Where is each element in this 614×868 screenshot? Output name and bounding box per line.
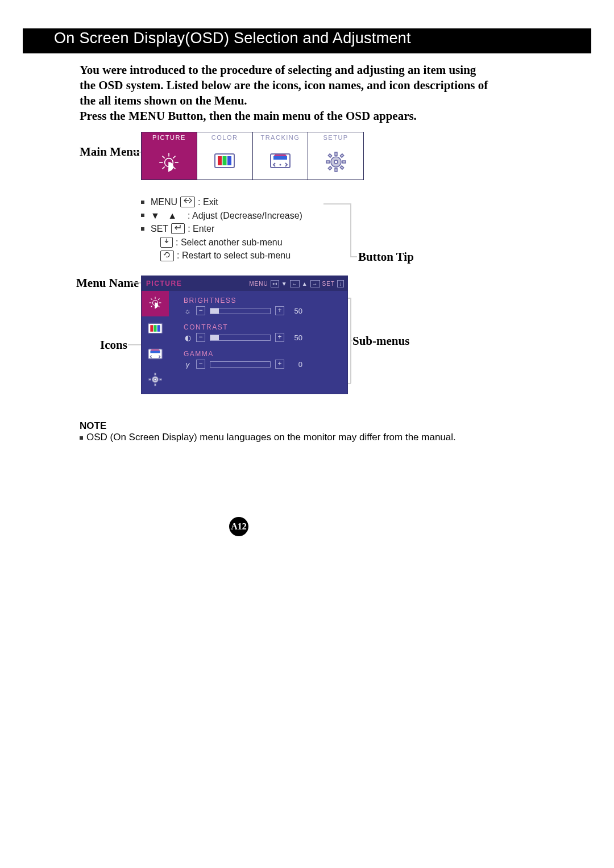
osd-body: BRIGHTNESS ☼ − + 50 CONTRAST ◐ − — [142, 291, 347, 394]
tab-picture[interactable]: PICTURE — [142, 132, 197, 180]
tab-label: TRACKING — [253, 134, 308, 141]
left-key-icon: ← — [290, 280, 300, 287]
minus-button[interactable]: − — [196, 333, 205, 342]
plus-button[interactable]: + — [275, 360, 284, 369]
tip-text: : Select another sub-menu — [176, 236, 283, 249]
svg-rect-46 — [160, 378, 162, 380]
sidebar-item-picture[interactable] — [142, 291, 169, 316]
legend-menu-label: MENU — [249, 281, 268, 287]
right-key-icon: → — [310, 280, 320, 287]
osd-icon-column — [142, 291, 169, 394]
osd-panel: PICTURE MENU ↤ ▼ ← ▲ → SET ↓ — [141, 276, 348, 394]
svg-rect-38 — [157, 325, 160, 332]
tab-color[interactable]: COLOR — [197, 132, 253, 180]
sidebar-item-color[interactable] — [142, 316, 169, 342]
tip-row: : Restart to select sub-menu — [141, 249, 323, 262]
sub-label: GAMMA — [184, 350, 339, 358]
sub-item-gamma[interactable]: GAMMA γ − + 0 — [184, 350, 339, 369]
exit-key-icon — [180, 197, 195, 207]
connector — [323, 203, 351, 205]
contrast-icon: ◐ — [184, 333, 192, 342]
note-text: OSD (On Screen Display) menu languages o… — [80, 432, 517, 443]
plus-button[interactable]: + — [275, 306, 284, 315]
svg-rect-19 — [335, 168, 337, 172]
tip-menu-label: MENU — [151, 196, 177, 208]
svg-rect-22 — [328, 154, 331, 157]
tip-text: : Exit — [198, 196, 218, 208]
svg-rect-12 — [227, 156, 231, 165]
svg-line-5 — [163, 156, 165, 158]
slider-row: ◐ − + 50 — [184, 333, 339, 342]
plus-button[interactable]: + — [275, 333, 284, 342]
down-triangle-icon: ▼ — [151, 210, 160, 222]
label-menu-name: Menu Name — [76, 276, 139, 290]
page-number-badge: A12 — [229, 517, 248, 536]
svg-rect-45 — [149, 378, 151, 380]
svg-rect-40 — [150, 350, 160, 353]
osd-legend: MENU ↤ ▼ ← ▲ → SET ↓ — [249, 280, 347, 287]
svg-rect-36 — [150, 325, 153, 332]
manual-page: On Screen Display(OSD) Selection and Adj… — [0, 0, 614, 868]
slider-value: 50 — [289, 307, 302, 315]
button-tips-block: MENU : Exit ▼ ▲ : Adjust (Decrease/Incre… — [141, 196, 323, 263]
exit-key-icon: ↤ — [271, 280, 279, 287]
slider-value: 0 — [289, 360, 302, 369]
enter-key-icon — [171, 223, 185, 234]
slider-track[interactable] — [210, 361, 271, 368]
restart-key-icon — [160, 251, 174, 261]
osd-sub-area: BRIGHTNESS ☼ − + 50 CONTRAST ◐ − — [169, 291, 347, 394]
tab-setup[interactable]: SETUP — [308, 132, 363, 180]
connector — [350, 256, 357, 257]
svg-rect-20 — [326, 161, 330, 163]
svg-point-17 — [334, 160, 338, 164]
sub-item-brightness[interactable]: BRIGHTNESS ☼ − + 50 — [184, 297, 339, 315]
intro-paragraph: You were introduced to the procedure of … — [80, 62, 489, 108]
slider-row: γ − + 0 — [184, 360, 339, 369]
tip-row: MENU : Exit — [141, 196, 323, 208]
connector — [133, 152, 141, 153]
svg-line-6 — [173, 166, 176, 169]
label-button-tip: Button Tip — [358, 250, 414, 264]
tip-row: ▼ ▲ : Adjust (Decrease/Increase) — [141, 210, 323, 222]
label-sub-menus: Sub-menus — [352, 334, 409, 348]
osd-header: PICTURE MENU ↤ ▼ ← ▲ → SET ↓ — [142, 276, 347, 291]
tip-row: : Select another sub-menu — [141, 236, 323, 249]
sub-label: BRIGHTNESS — [184, 297, 339, 304]
svg-rect-25 — [340, 154, 343, 157]
svg-line-8 — [173, 156, 176, 158]
sub-item-contrast[interactable]: CONTRAST ◐ − + 50 — [184, 323, 339, 342]
svg-rect-23 — [340, 166, 343, 169]
svg-rect-44 — [155, 383, 156, 386]
slider-value: 50 — [289, 333, 302, 342]
sidebar-item-tracking[interactable] — [142, 342, 169, 368]
svg-line-32 — [158, 306, 159, 307]
minus-button[interactable]: − — [196, 360, 205, 369]
tip-text: : Restart to select sub-menu — [177, 249, 291, 262]
picture-icon — [147, 294, 164, 314]
up-triangle-icon: ▲ — [302, 281, 308, 287]
tip-row: SET : Enter — [141, 223, 323, 235]
minus-button[interactable]: − — [196, 306, 205, 315]
svg-rect-24 — [328, 166, 331, 170]
slider-track[interactable] — [210, 335, 271, 341]
sub-label: CONTRAST — [184, 323, 339, 331]
svg-rect-10 — [218, 156, 222, 165]
tip-text: : Enter — [188, 223, 214, 235]
svg-line-34 — [158, 298, 159, 299]
tracking-icon — [268, 151, 292, 171]
color-icon — [213, 151, 236, 171]
svg-point-15 — [279, 164, 281, 166]
sidebar-item-setup[interactable] — [142, 368, 169, 393]
svg-rect-37 — [154, 325, 156, 332]
svg-rect-21 — [342, 161, 346, 163]
legend-set-label: SET — [322, 281, 335, 287]
svg-rect-43 — [155, 373, 156, 375]
connector — [131, 282, 141, 283]
connector — [350, 203, 351, 256]
tip-text: : Adjust (Decrease/Increase) — [188, 210, 302, 222]
svg-line-7 — [163, 166, 165, 169]
slider-track[interactable] — [210, 308, 271, 314]
svg-rect-18 — [335, 152, 337, 156]
osd-main-menu: PICTURE COLOR TRACKING SETUP — [141, 132, 364, 180]
tab-tracking[interactable]: TRACKING — [253, 132, 309, 180]
